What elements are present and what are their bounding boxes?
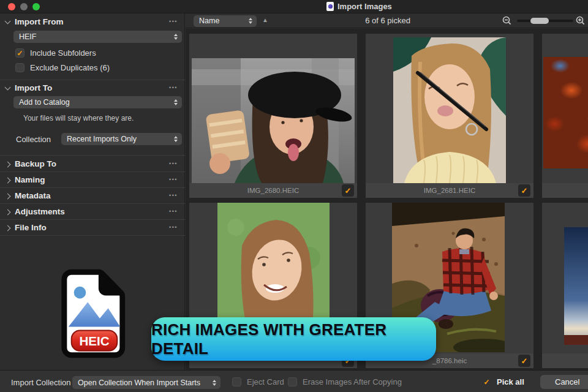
promo-banner-text: RICH IMAGES WITH GREATER DETAIL [151, 320, 436, 358]
check-icon: ✓ [483, 379, 489, 386]
filename: IMG_2681.HEIC [424, 187, 475, 194]
divider [0, 219, 185, 220]
window-title: Import Images [337, 2, 392, 11]
chevron-right-icon [5, 209, 11, 216]
checkbox-label: Pick all [497, 377, 524, 386]
photo-evening-tree[interactable] [564, 227, 588, 345]
section-title: Metadata [15, 191, 51, 200]
more-options-icon[interactable]: ••• [169, 176, 178, 183]
collection-value: Recent Imports Only [67, 135, 137, 143]
filename: IMG_2680.HEIC [247, 187, 299, 194]
checkbox-unchecked [288, 377, 297, 386]
section-title: Import From [15, 17, 64, 26]
section-header-import-from[interactable]: Import From ••• [0, 16, 185, 29]
exclude-duplicates-checkbox[interactable]: Exclude Duplicates (6) [15, 63, 110, 72]
check-icon: ✓ [17, 50, 23, 57]
more-options-icon[interactable]: ••• [169, 224, 178, 230]
divider [0, 235, 185, 236]
import-source-select[interactable]: HEIF [13, 31, 182, 43]
stepper-icon [174, 136, 178, 142]
checkbox-unchecked [15, 63, 24, 72]
window-title-group: Import Images [326, 2, 392, 11]
collection-select[interactable]: Recent Imports Only [61, 133, 182, 145]
photo-autumn-leaves[interactable] [543, 57, 588, 168]
thumbnail-cell [542, 203, 588, 368]
erase-images-checkbox[interactable]: Erase Images After Copying [288, 377, 402, 386]
divider [0, 172, 185, 172]
check-icon: ✓ [345, 187, 352, 195]
close-window-button[interactable] [8, 3, 15, 10]
import-collection-value: Open Collection When Import Starts [78, 379, 200, 387]
filename: _8786.heic [432, 357, 467, 364]
zoom-in-icon[interactable] [576, 16, 585, 25]
photo-woman-black-cap[interactable] [192, 58, 355, 183]
thumbnail-cell [542, 34, 588, 198]
section-header-backup-to[interactable]: Backup To ••• [0, 158, 185, 172]
section-header-metadata[interactable]: Metadata ••• [0, 190, 185, 203]
import-destination-select[interactable]: Add to Catalog [13, 96, 182, 108]
chevron-right-icon [5, 225, 11, 232]
checkbox-checked: ✓ [15, 48, 24, 58]
section-header-adjustments[interactable]: Adjustments ••• [0, 206, 185, 219]
divider [0, 155, 185, 156]
stepper-icon [174, 34, 178, 40]
import-settings-sidebar: Import From ••• HEIF ✓ Include Subfolder… [0, 13, 185, 370]
import-collection-select[interactable]: Open Collection When Import Starts [72, 376, 221, 389]
filename-strip [542, 353, 588, 368]
heic-file-icon: HEIC [61, 268, 127, 359]
checkbox-label: Include Subfolders [30, 48, 96, 58]
pick-all-checkbox[interactable]: ✓ Pick all [482, 377, 524, 386]
checkbox-label: Erase Images After Copying [303, 377, 402, 386]
pick-checkbox[interactable]: ✓ [518, 184, 530, 197]
section-header-import-to[interactable]: Import To ••• [0, 82, 185, 96]
filename-strip: IMG_2681.HEIC [366, 183, 533, 198]
sort-by-select[interactable]: Name [194, 15, 257, 27]
check-icon: ✓ [521, 187, 528, 195]
filename-strip: IMG_2680.HEIC [189, 183, 357, 198]
thumbnail-size-slider-thumb[interactable] [530, 18, 549, 24]
browser-toolbar: Name ▲ 6 of 6 picked [186, 13, 588, 28]
document-icon [326, 2, 334, 11]
collection-label: Collection [16, 135, 51, 144]
cancel-button[interactable]: Cancel [540, 375, 588, 389]
sun-icon [74, 287, 86, 299]
more-options-icon[interactable]: ••• [169, 85, 178, 91]
zoom-out-icon[interactable] [502, 16, 511, 25]
check-icon: ✓ [521, 357, 528, 365]
photo-woman-pencil-duckface[interactable] [393, 37, 506, 183]
checkbox-checked: ✓ [482, 377, 491, 386]
pick-checkbox[interactable]: ✓ [342, 184, 354, 197]
more-options-icon[interactable]: ••• [169, 192, 178, 198]
checkbox-unchecked [232, 377, 241, 386]
include-subfolders-checkbox[interactable]: ✓ Include Subfolders [15, 48, 96, 58]
section-header-naming[interactable]: Naming ••• [0, 174, 185, 187]
divider [0, 80, 185, 80]
promo-banner: RICH IMAGES WITH GREATER DETAIL [151, 317, 436, 361]
section-title: Naming [15, 175, 45, 184]
stepper-icon [213, 380, 216, 386]
stepper-icon [174, 99, 178, 105]
chevron-down-icon [5, 18, 11, 24]
checkbox-label: Eject Card [247, 377, 284, 386]
pick-checkbox[interactable]: ✓ [518, 355, 530, 367]
chevron-right-icon [5, 178, 11, 184]
minimize-window-button[interactable] [20, 3, 28, 10]
section-title: Backup To [15, 159, 56, 168]
more-options-icon[interactable]: ••• [169, 208, 178, 214]
title-bar: Import Images [0, 0, 588, 13]
thumbnail-cell: IMG_2681.HEIC ✓ [366, 34, 533, 198]
filename-strip [542, 183, 588, 198]
section-header-file-info[interactable]: File Info ••• [0, 222, 185, 235]
eject-card-checkbox[interactable]: Eject Card [232, 377, 284, 386]
sort-ascending-icon[interactable]: ▲ [262, 17, 268, 23]
import-destination-value: Add to Catalog [19, 98, 70, 107]
sort-by-value: Name [199, 17, 219, 25]
import-source-value: HEIF [19, 32, 36, 41]
more-options-icon[interactable]: ••• [169, 160, 178, 167]
footer-bar: Import Collection Open Collection When I… [0, 370, 588, 392]
section-title: Adjustments [15, 207, 65, 216]
chevron-down-icon [5, 85, 11, 91]
import-note: Your files will stay where they are. [23, 114, 134, 123]
zoom-window-button[interactable] [32, 3, 40, 10]
more-options-icon[interactable]: ••• [169, 18, 178, 24]
